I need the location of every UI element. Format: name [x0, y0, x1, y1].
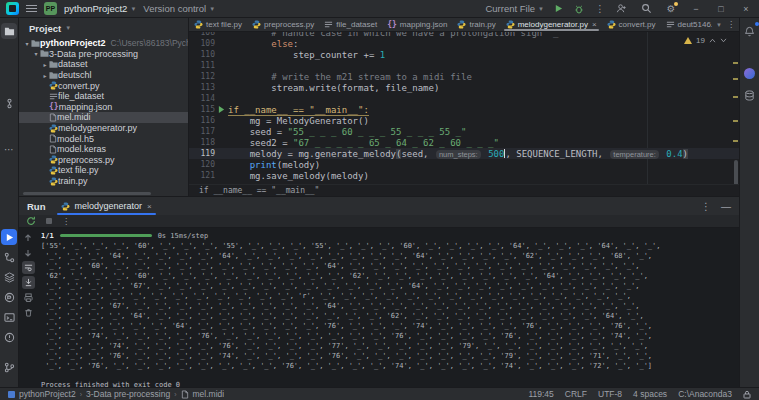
editor-tab[interactable]: text file.py: [189, 18, 247, 31]
up-stack-trace-icon[interactable]: [22, 231, 35, 244]
status-widget[interactable]: UTF-8: [598, 389, 622, 399]
console-output[interactable]: 1/10s 15ms/step['55', '_', '_', '_', '60…: [37, 228, 739, 387]
close-icon[interactable]: ×: [147, 202, 152, 211]
horizontal-scrollbar[interactable]: [23, 192, 151, 195]
project-tree-item[interactable]: mel.midi: [19, 112, 188, 123]
chevron-right-icon[interactable]: ▸: [41, 61, 49, 68]
tabs-dropdown-icon[interactable]: ▼: [716, 22, 722, 28]
editor-tab[interactable]: file_dataset: [319, 18, 382, 31]
status-widget[interactable]: 4 spaces: [633, 389, 667, 399]
project-tree-item[interactable]: train.py: [19, 176, 188, 187]
rerun-button[interactable]: [26, 216, 36, 226]
project-tree-item[interactable]: convert.py: [19, 80, 188, 91]
project-tree-item[interactable]: model.h5: [19, 133, 188, 144]
lock-icon[interactable]: [743, 390, 751, 399]
version-control-dropdown[interactable]: Version control▼: [143, 3, 215, 14]
settings-gear-icon[interactable]: ⚙: [664, 2, 678, 16]
notifications-bell-icon[interactable]: [742, 23, 758, 39]
pull-requests-tool-icon[interactable]: [1, 249, 17, 265]
tree-item-label: model.keras: [57, 144, 106, 154]
chevron-right-icon[interactable]: ▸: [41, 72, 49, 79]
code-with-me-icon[interactable]: [614, 2, 628, 16]
editor-tab[interactable]: preprocess.py: [247, 18, 319, 31]
project-tree-item[interactable]: {}mapping.json: [19, 102, 188, 113]
project-tree-item[interactable]: text file.py: [19, 165, 188, 176]
project-tree-item[interactable]: file_dataset: [19, 91, 188, 102]
editor-tab[interactable]: convert.py: [602, 18, 661, 31]
project-tree-item[interactable]: melodygenerator.py: [19, 123, 188, 134]
breadcrumb[interactable]: if __name__ == "__main__": [199, 186, 319, 195]
stop-button[interactable]: [45, 217, 53, 225]
breadcrumbs-bar[interactable]: if __name__ == "__main__": [189, 184, 739, 196]
project-tool-icon[interactable]: [1, 23, 17, 39]
hide-tool-window-icon[interactable]: —: [721, 201, 731, 212]
run-header: Run melodygenerator × ⋮ —: [19, 197, 739, 215]
project-tree-item[interactable]: preprocess.py: [19, 155, 188, 166]
project-tree-item[interactable]: ▾3-Data pre-processing: [19, 49, 188, 60]
project-tree[interactable]: ▾pythonProject2C:\Users\86183\PycharmPro…: [19, 38, 188, 196]
search-everywhere-icon[interactable]: [639, 2, 653, 16]
main-menu-icon[interactable]: [26, 5, 37, 12]
scroll-to-end-icon[interactable]: [22, 276, 35, 289]
editor-tab[interactable]: melodygenerator.py×: [501, 18, 602, 31]
editor-tab[interactable]: train.py: [452, 18, 500, 31]
run-toolbar-kebab-icon[interactable]: ⋮: [62, 217, 70, 226]
more-tools-icon[interactable]: ⋯: [1, 141, 17, 157]
terminal-tool-icon[interactable]: [1, 309, 17, 325]
problems-tool-icon[interactable]: [1, 329, 17, 345]
status-breadcrumb-item[interactable]: 3-Data pre-processing: [86, 389, 170, 399]
status-breadcrumb-item[interactable]: pythonProject2: [19, 389, 76, 399]
chevron-down-icon[interactable]: ▾: [23, 40, 31, 47]
status-breadcrumb-item[interactable]: mel.midi: [193, 389, 225, 399]
python-packages-tool-icon[interactable]: [1, 289, 17, 305]
status-widget[interactable]: 119:45: [528, 389, 553, 399]
down-stack-trace-icon[interactable]: [22, 246, 35, 259]
clear-console-icon[interactable]: [22, 306, 35, 319]
ai-assistant-icon[interactable]: [742, 65, 758, 81]
tree-item-label: mapping.json: [59, 102, 113, 112]
status-widget[interactable]: C:\Anaconda3: [678, 389, 732, 399]
pycharm-window: PP pythonProject2▼ Version control▼ Curr…: [0, 0, 759, 400]
chevron-down-icon[interactable]: ▾: [32, 50, 40, 57]
soft-wrap-icon[interactable]: [22, 261, 35, 274]
services-tool-icon[interactable]: [1, 269, 17, 285]
run-gutter-icon[interactable]: [215, 106, 228, 113]
run-config-dropdown[interactable]: Current File▼: [485, 3, 544, 14]
project-panel-header[interactable]: Project ▼: [19, 18, 188, 38]
python-file-icon: [457, 20, 466, 29]
database-tool-icon[interactable]: [742, 87, 758, 103]
run-panel-title: Run: [27, 201, 45, 212]
run-tool-icon[interactable]: [1, 229, 17, 245]
run-tab[interactable]: melodygenerator ×: [55, 197, 157, 215]
version-control-tool-icon[interactable]: [1, 359, 17, 375]
editor-tab[interactable]: deut5146.krn: [661, 18, 713, 31]
commit-tool-icon[interactable]: [1, 95, 17, 111]
run-toolbar: ⋮: [19, 215, 739, 228]
status-breadcrumb[interactable]: pythonProject2›3-Data pre-processing›mel…: [8, 389, 224, 399]
console-line: '_', '_', '76', '_', '_', '_', '_', '_',…: [41, 361, 739, 371]
project-tree-item[interactable]: ▸dataset: [19, 59, 188, 70]
project-tree-item[interactable]: model.keras: [19, 144, 188, 155]
project-tree-item[interactable]: ▸deutschl: [19, 70, 188, 81]
run-options-kebab-icon[interactable]: ⋮: [701, 201, 711, 212]
console-line: '_', '_', '_', '64', '_', '_', '_', '_',…: [41, 251, 739, 261]
project-name-dropdown[interactable]: pythonProject2▼: [64, 3, 136, 14]
print-icon[interactable]: [22, 291, 35, 304]
tabs-kebab-icon[interactable]: ⋮: [727, 20, 735, 29]
window-maximize-button[interactable]: □: [714, 4, 728, 14]
chevron-down-icon: ▼: [538, 6, 544, 12]
editor-tab[interactable]: {}mapping.json: [382, 18, 452, 31]
more-actions-kebab-icon[interactable]: ⋮: [593, 2, 607, 16]
python-file-icon: [49, 81, 58, 90]
python-file-icon: [252, 20, 261, 29]
run-button[interactable]: [551, 2, 565, 16]
status-widget[interactable]: CRLF: [565, 389, 587, 399]
file-icon: [181, 390, 189, 399]
window-close-button[interactable]: ×: [739, 4, 753, 14]
close-icon[interactable]: ×: [592, 20, 597, 29]
tree-item-label: text file.py: [58, 165, 99, 175]
project-tree-item[interactable]: ▾pythonProject2C:\Users\86183\PycharmPro…: [19, 38, 188, 49]
window-minimize-button[interactable]: −: [689, 4, 703, 14]
code-area[interactable]: 19 108 # handle case in which we have a …: [189, 32, 739, 184]
debug-button[interactable]: [572, 2, 586, 16]
